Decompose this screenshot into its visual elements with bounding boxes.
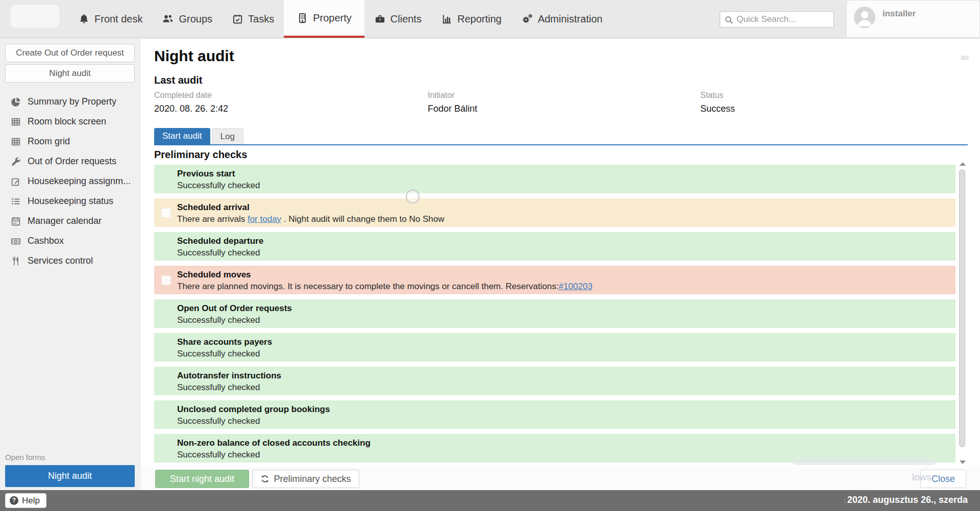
tab-underline <box>154 144 968 145</box>
nav-label: Property <box>313 12 352 24</box>
users-icon <box>162 13 174 25</box>
nav-item-clients[interactable]: Clients <box>364 0 431 38</box>
checks-scrollbar[interactable] <box>959 162 966 464</box>
nav-item-tasks[interactable]: Tasks <box>222 0 284 38</box>
check-desc: There are arrivals for today . Night aud… <box>177 213 950 225</box>
scheduled-moves-checkbox[interactable] <box>161 275 171 285</box>
minimize-icon[interactable] <box>961 56 969 60</box>
field-label: Completed date <box>154 91 428 100</box>
nav-spacer <box>612 0 720 38</box>
check-title: Previous start <box>177 168 950 180</box>
field-label: Status <box>700 91 950 100</box>
tab-start-audit[interactable]: Start audit <box>154 128 210 145</box>
nav-label: Tasks <box>248 13 274 25</box>
grid-icon <box>10 116 21 127</box>
refresh-icon <box>260 474 270 483</box>
check-row-previous-start: Previous start Successfully checked <box>154 165 955 193</box>
calendar-check-icon <box>232 13 243 25</box>
check-title: Unclosed completed group bookings <box>177 404 950 415</box>
status-bar: ? Help : 2020. augusztus 26., szerda <box>0 490 980 511</box>
preliminary-checks-list: Previous start Successfully checked Sche… <box>154 165 955 468</box>
user-menu[interactable]: installer <box>846 0 980 38</box>
reservation-link[interactable]: #100203 <box>558 282 592 291</box>
scrollbar-thumb[interactable] <box>959 169 965 447</box>
top-navigation: Front desk Groups Tasks Property Clients… <box>0 0 980 38</box>
sidebar-item-label: Services control <box>28 256 93 266</box>
sidebar-item-cashbox[interactable]: Cashbox <box>0 231 141 251</box>
sidebar-item-services-control[interactable]: Services control <box>0 251 141 271</box>
nav-item-front-desk[interactable]: Front desk <box>68 0 152 38</box>
sidebar-item-label: Room block screen <box>28 116 106 127</box>
create-out-of-order-button[interactable]: Create Out of Order request <box>5 44 135 62</box>
briefcase-icon <box>374 13 386 25</box>
grid-icon <box>10 136 21 147</box>
sidebar-item-room-grid[interactable]: Room grid <box>0 132 141 151</box>
check-desc: Successfully checked <box>177 381 950 393</box>
scroll-up-arrow-icon[interactable] <box>960 162 966 166</box>
sidebar-item-room-block-screen[interactable]: Room block screen <box>0 112 141 132</box>
nav-label: Groups <box>179 13 212 25</box>
cash-icon <box>10 236 21 247</box>
sidebar-item-housekeeping-assignments[interactable]: Housekeeping assignm... <box>0 171 141 191</box>
field-label: Initiator <box>428 91 700 100</box>
help-button[interactable]: ? Help <box>5 493 46 508</box>
night-audit-panel: Night audit Last audit Completed date 20… <box>141 39 980 490</box>
check-title: Scheduled arrival <box>177 202 950 213</box>
nav-item-reporting[interactable]: Reporting <box>431 0 511 38</box>
preliminary-checks-button[interactable]: Preliminary checks <box>252 470 359 488</box>
field-value: Success <box>700 104 950 114</box>
sidebar-item-label: Cashbox <box>28 236 64 246</box>
nav-item-property[interactable]: Property <box>284 0 364 38</box>
question-icon: ? <box>10 496 18 505</box>
check-row-scheduled-departure: Scheduled departure Successfully checked <box>154 232 955 261</box>
open-form-night-audit-button[interactable]: Night audit <box>5 465 135 487</box>
sidebar-item-label: Housekeeping status <box>28 196 113 207</box>
sidebar-item-out-of-order-requests[interactable]: Out of Order requests <box>0 151 141 171</box>
sidebar-item-manager-calendar[interactable]: Manager calendar <box>0 211 141 231</box>
search-icon <box>724 15 734 25</box>
scroll-down-arrow-icon[interactable] <box>960 461 966 464</box>
check-row-unclosed-group-bookings: Unclosed completed group bookings Succes… <box>154 400 955 429</box>
building-icon <box>297 12 308 24</box>
field-value: Fodor Bálint <box>428 104 700 114</box>
nav-label: Reporting <box>457 13 502 25</box>
start-night-audit-button[interactable]: Start night audit <box>155 470 249 488</box>
check-row-scheduled-moves: Scheduled moves There are planned moving… <box>154 266 955 294</box>
sidebar-menu: Summary by Property Room block screen Ro… <box>0 92 141 271</box>
check-desc: Successfully checked <box>177 180 950 191</box>
pencil-square-icon <box>10 176 21 187</box>
page-title: Night audit <box>154 47 234 65</box>
sidebar-item-housekeeping-status[interactable]: Housekeeping status <box>0 191 141 211</box>
scheduled-arrival-checkbox[interactable] <box>161 208 171 218</box>
avatar <box>854 7 875 28</box>
check-title: Scheduled moves <box>177 269 950 280</box>
check-title: Open Out of Order requests <box>177 303 950 314</box>
last-audit-fields: Completed date 2020. 08. 26. 2:42 Initia… <box>154 91 950 114</box>
check-row-share-accounts-payers: Share accounts payers Successfully check… <box>154 333 955 362</box>
pie-chart-icon <box>10 96 21 108</box>
last-audit-heading: Last audit <box>154 74 202 86</box>
open-forms-label: Open forms <box>5 453 45 462</box>
sidebar-item-label: Manager calendar <box>28 216 102 226</box>
check-title: Autotransfer instructions <box>177 370 950 381</box>
nav-label: Front desk <box>94 13 142 25</box>
loading-spinner <box>406 190 420 203</box>
sidebar-item-label: Housekeeping assignm... <box>28 176 131 187</box>
nav-item-administration[interactable]: Administration <box>511 0 612 38</box>
preliminary-checks-heading: Preliminary checks <box>154 149 247 161</box>
audit-tabs: Start audit Log <box>154 128 243 145</box>
audit-actions-bar: Start night audit Preliminary checks Clo… <box>141 467 980 490</box>
bar-chart-icon <box>441 13 453 25</box>
search-input[interactable] <box>737 12 831 27</box>
tab-log[interactable]: Log <box>212 128 243 145</box>
utensils-icon <box>10 256 21 267</box>
nav-item-groups[interactable]: Groups <box>152 0 222 38</box>
for-today-link[interactable]: for today <box>248 214 281 224</box>
sidebar-item-label: Room grid <box>28 136 70 147</box>
sidebar: Create Out of Order request Night audit … <box>0 39 141 490</box>
help-label: Help <box>22 496 40 506</box>
sidebar-item-summary-by-property[interactable]: Summary by Property <box>0 92 141 112</box>
check-desc: Successfully checked <box>177 314 950 326</box>
check-desc: Successfully checked <box>177 247 950 259</box>
night-audit-button[interactable]: Night audit <box>5 64 135 83</box>
